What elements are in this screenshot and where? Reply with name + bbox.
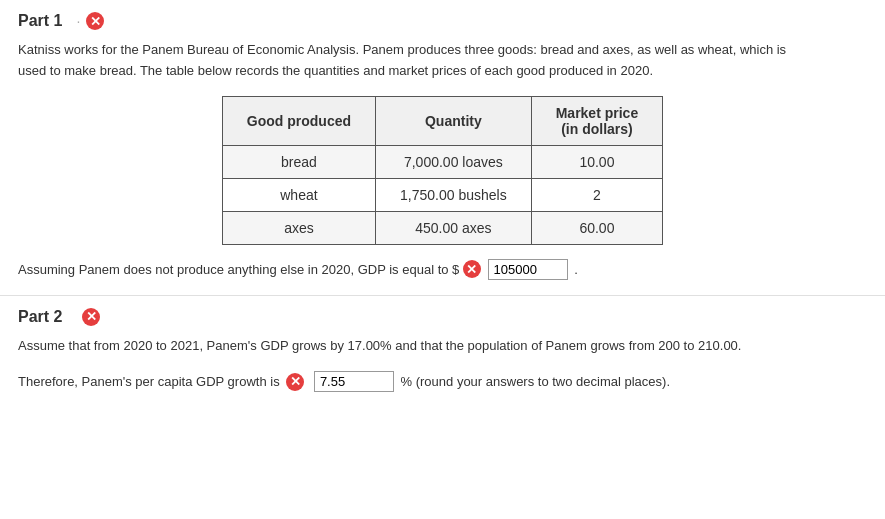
part1-header: Part 1 · ✕ [18,12,867,30]
part2-desc-line1: Assume that from 2020 to 2021, Panem's G… [18,338,741,353]
part1-desc-line1: Katniss works for the Panem Bureau of Ec… [18,42,786,57]
quantity-wheat: 1,750.00 bushels [376,178,532,211]
per-capita-error-icon[interactable]: ✕ [286,373,304,391]
part2-header: Part 2 ✕ [18,308,867,326]
price-wheat: 2 [531,178,662,211]
gdp-text-after: . [574,262,578,277]
col-header-good: Good produced [222,96,375,145]
price-bread: 10.00 [531,145,662,178]
col-header-quantity: Quantity [376,96,532,145]
per-capita-input[interactable] [314,371,394,392]
part1-error-icon[interactable]: ✕ [86,12,104,30]
gdp-line: Assuming Panem does not produce anything… [18,259,867,281]
part2-error-icon[interactable]: ✕ [82,308,100,326]
goods-table: Good produced Quantity Market price(in d… [222,96,663,245]
table-row: bread 7,000.00 loaves 10.00 [222,145,662,178]
part1-section: Part 1 · ✕ Katniss works for the Panem B… [0,0,885,296]
col-header-price: Market price(in dollars) [531,96,662,145]
table-row: wheat 1,750.00 bushels 2 [222,178,662,211]
table-row: axes 450.00 axes 60.00 [222,211,662,244]
part1-desc-line2: used to make bread. The table below reco… [18,63,653,78]
price-axes: 60.00 [531,211,662,244]
part2-title: Part 2 [18,308,62,326]
quantity-axes: 450.00 axes [376,211,532,244]
gdp-input[interactable] [488,259,568,280]
part1-description: Katniss works for the Panem Bureau of Ec… [18,40,867,82]
per-capita-suffix: % (round your answers to two decimal pla… [401,374,671,389]
per-capita-line: Therefore, Panem's per capita GDP growth… [18,370,867,393]
good-name-bread: bread [222,145,375,178]
gdp-error-icon[interactable]: ✕ [463,260,481,278]
quantity-bread: 7,000.00 loaves [376,145,532,178]
per-capita-text: Therefore, Panem's per capita GDP growth… [18,374,280,389]
part1-title: Part 1 [18,12,62,30]
good-name-wheat: wheat [222,178,375,211]
gdp-text-before: Assuming Panem does not produce anything… [18,262,459,277]
good-name-axes: axes [222,211,375,244]
part2-description: Assume that from 2020 to 2021, Panem's G… [18,336,867,357]
part2-section: Part 2 ✕ Assume that from 2020 to 2021, … [0,296,885,404]
dot-sep: · [76,13,80,29]
